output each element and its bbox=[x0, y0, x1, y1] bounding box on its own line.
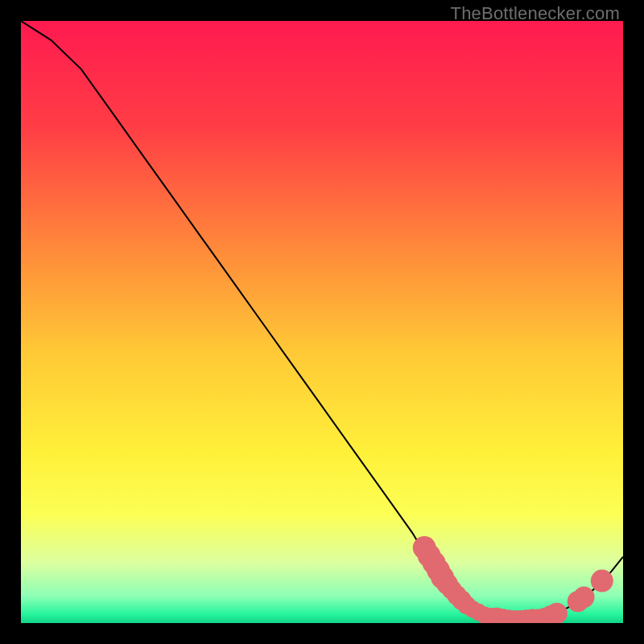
data-marker bbox=[591, 570, 613, 592]
chart-svg bbox=[21, 21, 623, 623]
chart-frame: TheBottlenecker.com bbox=[0, 0, 644, 644]
data-marker bbox=[573, 587, 594, 608]
data-marker bbox=[547, 603, 568, 623]
plot-area bbox=[21, 21, 623, 623]
